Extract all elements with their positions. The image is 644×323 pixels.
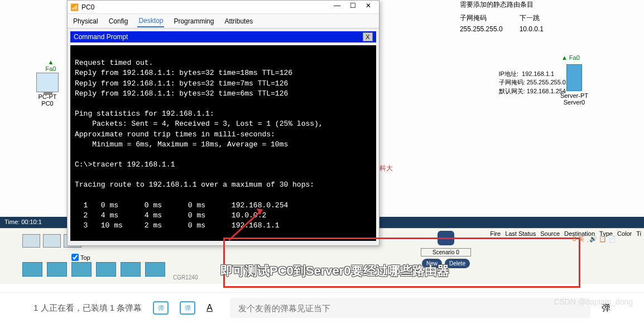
video-control-bar: 1 人正在看，已装填 1 条弹幕 弹 弹 A 弹	[0, 292, 644, 323]
tab-programming[interactable]: Programming	[172, 16, 215, 27]
danmu-input[interactable]	[230, 298, 590, 318]
device-palette-2	[22, 262, 165, 277]
scenario-dropdown[interactable]: Scenario 0	[421, 248, 471, 256]
window-title: PC0	[81, 3, 329, 11]
annotation-arrow	[223, 204, 268, 249]
tab-attributes[interactable]: Attributes	[223, 16, 254, 27]
svg-line-0	[229, 210, 262, 240]
scenario-icon[interactable]	[438, 231, 454, 245]
close-button[interactable]: ✕	[361, 2, 376, 13]
danmu-toggle-icon[interactable]: 弹	[153, 301, 169, 315]
cmd-title: Command Prompt	[74, 33, 128, 41]
device-model-btn[interactable]	[22, 262, 42, 277]
minimize-button[interactable]: —	[329, 2, 345, 13]
command-prompt-header: Command Prompt X	[70, 31, 376, 42]
top-checkbox-row[interactable]: Top	[71, 254, 90, 261]
device-category-btn[interactable]	[22, 234, 40, 248]
server-interface-label: Fa0	[569, 54, 580, 61]
video-subtitle: 即可测试PC0到Server0要经过哪些路由器	[220, 263, 449, 279]
danmu-style-button[interactable]: A	[206, 303, 219, 313]
pc-icon	[36, 73, 59, 92]
pc-device[interactable]: ▲ Fa0 PC-PT PC0	[36, 73, 59, 107]
top-checkbox[interactable]	[71, 254, 79, 261]
tab-desktop[interactable]: Desktop	[137, 15, 164, 27]
device-category-btn[interactable]	[43, 234, 61, 248]
simulation-headers: Fire Last Status Source Destination Type…	[490, 230, 641, 237]
danmu-settings-icon[interactable]: 弹	[180, 301, 195, 315]
tab-config[interactable]: Config	[108, 16, 129, 27]
pc-interface-label: Fa0	[46, 65, 56, 72]
route-table: 需要添加的静态路由条目 子网掩码下一跳 255.255.255.010.0.0.…	[460, 0, 560, 34]
cmd-close-button[interactable]: X	[363, 32, 373, 41]
pc-id-label: PC0	[36, 100, 59, 107]
csdn-watermark: CSDN @captain_dong	[554, 297, 633, 306]
device-model-btn[interactable]	[96, 262, 116, 277]
server-icon	[566, 64, 582, 91]
server-id-label: Server0	[560, 99, 588, 106]
window-tabs: Physical Config Desktop Programming Attr…	[68, 14, 379, 28]
device-model-btn[interactable]	[71, 262, 92, 277]
ime-indicator[interactable]: S 英 ˏ🔊 📋 📄	[572, 235, 616, 243]
device-model-btn[interactable]	[145, 262, 165, 277]
ip-info-box: IP地址: 192.168.1.1 子网掩码: 255.255.255.0 默认…	[499, 70, 566, 96]
device-model-label: CGR1240	[173, 274, 198, 281]
device-model-btn[interactable]	[121, 262, 141, 277]
viewer-count: 1 人正在看，已装填 1 条弹幕	[33, 303, 142, 314]
tab-physical[interactable]: Physical	[72, 16, 99, 27]
window-titlebar[interactable]: 📶 PC0 — ☐ ✕	[68, 1, 379, 14]
maximize-button[interactable]: ☐	[345, 2, 361, 13]
device-model-btn[interactable]	[47, 262, 67, 277]
